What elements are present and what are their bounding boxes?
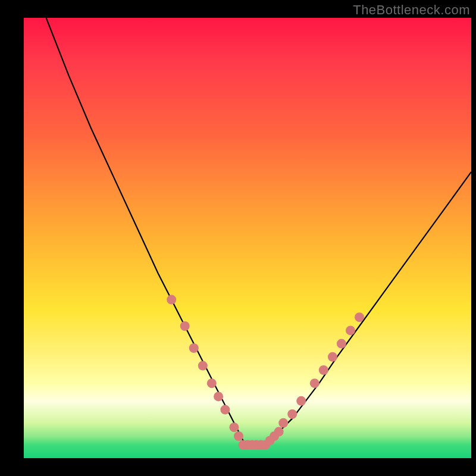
- marker-dot: [220, 405, 230, 415]
- chart-frame: TheBottleneck.com: [0, 0, 476, 476]
- marker-dot: [167, 295, 176, 305]
- marker-dot: [355, 312, 364, 322]
- marker-dot: [337, 339, 346, 349]
- marker-dot: [319, 365, 328, 375]
- highlighted-points: [167, 295, 364, 450]
- marker-dot: [278, 418, 288, 428]
- marker-dot: [287, 409, 297, 419]
- marker-dot: [310, 378, 320, 388]
- watermark-text: TheBottleneck.com: [353, 2, 470, 18]
- marker-dot: [296, 396, 306, 406]
- marker-dot: [189, 343, 199, 353]
- marker-dot: [328, 352, 337, 362]
- marker-dot: [234, 431, 243, 441]
- marker-dot: [207, 378, 217, 388]
- plot-area: [24, 18, 471, 458]
- marker-dot: [274, 427, 284, 437]
- marker-dot: [346, 325, 355, 335]
- chart-svg: [24, 18, 471, 458]
- marker-dot: [214, 392, 223, 401]
- marker-dot: [180, 321, 190, 331]
- marker-dot: [198, 361, 208, 371]
- bottleneck-curve: [46, 18, 471, 445]
- marker-dot: [229, 422, 239, 432]
